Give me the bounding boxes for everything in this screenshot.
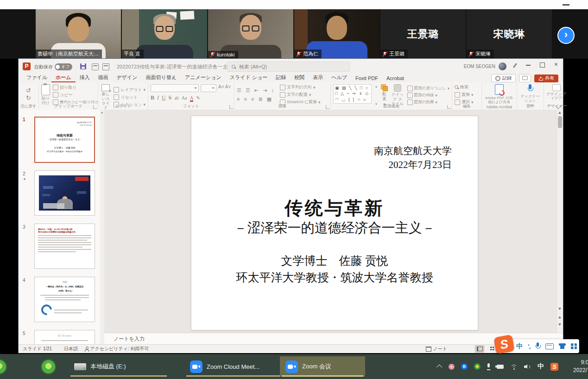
participant-tile[interactable]: 窦硕华（南京航空航天大…	[36, 9, 121, 59]
tray-app-icon-pink[interactable]	[449, 364, 455, 370]
scrollbar-thumb[interactable]	[558, 116, 562, 128]
tab-acrobat[interactable]: Acrobat	[382, 75, 408, 82]
slide-thumbnail[interactable]: 摘自HK「日报」2013年7月9日第24版 用中文讲论中国儒学传承溯源与和服文化	[34, 224, 95, 269]
show-hidden-icons-chevron[interactable]	[436, 364, 443, 370]
text-direction-button[interactable]: 文字列の方向 ▾	[280, 84, 321, 90]
underline-button[interactable]: U	[162, 94, 166, 101]
participant-tile-no-video[interactable]: 宋晓琳 宋晓琳	[467, 9, 552, 59]
autosave-toggle[interactable]: 自動保存 オフ	[34, 63, 72, 70]
quick-access-icon[interactable]	[92, 63, 99, 70]
slide-thumbnail[interactable]	[34, 170, 95, 216]
tab-help[interactable]: ヘルプ	[327, 74, 351, 82]
scroll-up-icon[interactable]	[558, 112, 561, 114]
sogou-tray-icon[interactable]: S	[550, 363, 558, 371]
sogou-logo-icon[interactable]: S	[493, 335, 515, 354]
notes-toggle-button[interactable]: ノート	[426, 346, 447, 352]
soft-keyboard-icon[interactable]	[545, 343, 554, 349]
tab-view[interactable]: 表示	[309, 74, 327, 82]
tab-record[interactable]: 記録	[272, 74, 290, 82]
search-input[interactable]: 検索 (Alt+Q)	[227, 62, 350, 72]
powerpoint-app-icon[interactable]: P	[23, 62, 31, 70]
italic-button[interactable]: I	[157, 94, 159, 101]
slide-thumbnail-selected[interactable]: 南京航空航天大学 2022年7月23日 传统与革新 －涩泽荣一的道德经济合一主义…	[34, 117, 95, 163]
taskbar-button-zoom-cloud[interactable]: Zoom Cloud Meet...	[184, 356, 283, 377]
pen-icon[interactable]	[512, 63, 518, 69]
dialog-launcher-icon[interactable]	[447, 105, 451, 109]
accessibility-status[interactable]: アクセシビリティ: 利用不可	[90, 346, 149, 352]
font-size-select[interactable]	[201, 84, 216, 92]
cut-button[interactable]: 切り取り	[53, 85, 98, 91]
taskbar-button-zoom-meeting[interactable]: Zoom 会议	[280, 356, 365, 377]
redo-icon[interactable]: ↻	[26, 95, 31, 101]
undo-icon[interactable]: ↺	[26, 87, 31, 93]
share-button[interactable]: 共有	[534, 75, 558, 82]
language-indicator[interactable]: 日本語	[64, 346, 78, 352]
participant-tile-active-speaker[interactable]: 平良 直	[122, 9, 207, 59]
scroll-down-icon[interactable]	[558, 308, 561, 310]
tab-design[interactable]: デザイン	[113, 74, 142, 82]
zoom-minimize-button[interactable]	[563, 4, 569, 6]
reset-button[interactable]: リセット	[114, 94, 145, 100]
shape-fill-button[interactable]: 図形の塗りつぶし ▾	[407, 86, 449, 91]
tab-file[interactable]: ファイル	[22, 74, 51, 82]
find-button[interactable]: 検索	[455, 84, 479, 90]
bold-button[interactable]: B	[151, 94, 154, 101]
window-maximize-button[interactable]	[535, 59, 549, 71]
save-icon[interactable]	[80, 63, 86, 69]
browser-app-icon[interactable]	[42, 360, 55, 373]
tab-review[interactable]: 校閲	[290, 74, 309, 82]
tab-foxit-pdf[interactable]: Foxit PDF	[351, 75, 382, 82]
avatar[interactable]	[499, 62, 506, 70]
tab-draw[interactable]: 描画	[94, 74, 113, 82]
change-case-button[interactable]: Aa	[182, 95, 187, 100]
highlight-button[interactable]: ✎	[196, 95, 200, 100]
tab-animations[interactable]: アニメーション	[181, 74, 226, 82]
align-text-button[interactable]: 文字の配置 ▾	[280, 92, 321, 98]
window-minimize-button[interactable]	[521, 59, 535, 71]
dialog-launcher-icon[interactable]	[93, 105, 97, 109]
paste-button[interactable]: 貼り付け	[41, 84, 50, 106]
bluetooth-icon[interactable]: B	[461, 363, 468, 370]
slide-canvas[interactable]: 南京航空航天大学 2022年7月23日 传统与革新 －涩泽荣一的道德经济合一主义…	[191, 116, 478, 330]
participant-tile[interactable]: kurotaki	[208, 9, 293, 59]
normal-view-button[interactable]	[475, 345, 484, 353]
alignment-icons[interactable]: ≡ ≡ ≡ ≣ ▦	[237, 96, 275, 102]
punctuation-icon[interactable]: ’,	[528, 343, 530, 349]
next-participants-button[interactable]: ›	[557, 27, 575, 44]
chevron-down-icon[interactable]: ∨	[213, 64, 216, 68]
grow-shrink-font-icons[interactable]: A˄ A˅	[218, 84, 231, 92]
skin-icon[interactable]	[559, 343, 566, 349]
previous-slide-button[interactable]	[558, 316, 561, 318]
next-slide-button[interactable]	[558, 323, 561, 326]
tray-app-icon-green[interactable]	[474, 363, 481, 370]
participant-tile-no-video[interactable]: 王景璐 王景璐	[380, 9, 466, 59]
taskbar-button-local-disk[interactable]: 本地磁盘 (E:)	[69, 356, 169, 377]
speaker-icon[interactable]	[524, 364, 531, 370]
create-pdf-button[interactable]: Adobe PDF の作成および共有	[484, 84, 514, 104]
copy-button[interactable]: コピー	[53, 92, 98, 98]
strikethrough-button[interactable]: S	[169, 94, 172, 101]
ime-language-indicator[interactable]: 中	[537, 362, 544, 371]
design-ideas-button[interactable]: デザイン アイデア	[546, 84, 567, 100]
autosave-pill[interactable]: オフ	[55, 63, 72, 70]
animation-star-icon[interactable]: ★	[23, 177, 26, 181]
document-title[interactable]: 20220723传统与革新-涩泽荣一的道德经济合一主义…	[117, 63, 238, 70]
participant-tile[interactable]: 范為仁	[294, 9, 379, 59]
layout-button[interactable]: レイアウト ▾	[114, 87, 145, 93]
comments-button[interactable]	[519, 74, 531, 82]
dialog-launcher-icon[interactable]	[326, 105, 329, 109]
voice-input-icon[interactable]	[535, 342, 540, 350]
shape-gallery[interactable]: ▣ ▨ ╲ ╲ □ ○ □ △ ~ ⇒ ⇓ ◇ ◠ ◡ { } ☆ ▹	[333, 84, 372, 104]
list-indent-icons[interactable]: ☰ ☰ ⇤ ⇥ ↕	[237, 87, 275, 93]
char-spacing-button[interactable]: ab	[174, 95, 178, 100]
replace-button[interactable]: 置換 ▾	[455, 92, 479, 98]
tab-slideshow[interactable]: スライド ショー	[226, 74, 272, 82]
account-name[interactable]: EOM SEOGEN	[464, 64, 495, 69]
tab-transitions[interactable]: 画面切り替え	[142, 74, 181, 82]
font-color-button[interactable]: A	[190, 95, 194, 102]
wifi-icon[interactable]	[510, 364, 518, 370]
record-button[interactable]: 記録	[491, 74, 516, 82]
app-icon-partial[interactable]	[0, 360, 6, 373]
tray-microphone-icon[interactable]	[487, 363, 490, 370]
thumbnail-scrollbar[interactable]	[100, 110, 104, 344]
